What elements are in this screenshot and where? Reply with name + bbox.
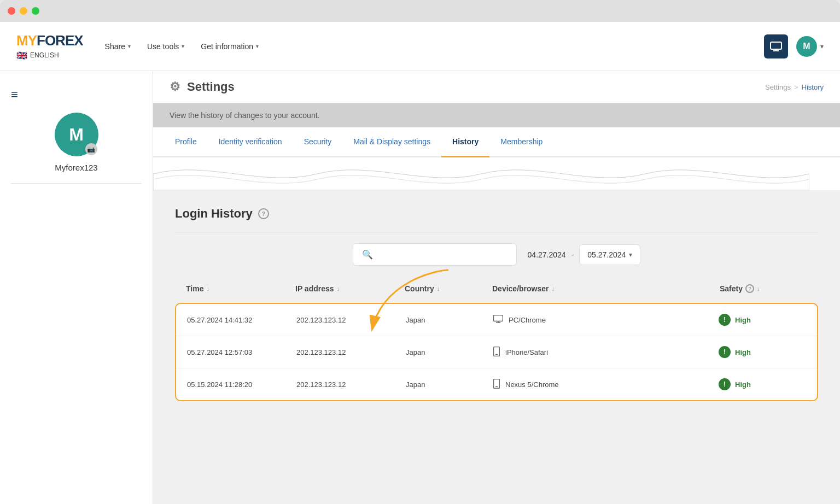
col-device-browser: Device/browser ↓ [492, 284, 720, 293]
nav-get-information[interactable]: Get information ▾ [201, 42, 259, 51]
banner-text: View the history of changes to your acco… [170, 111, 319, 120]
search-input[interactable] [378, 250, 508, 259]
logo-lang: 🇬🇧 ENGLISH [16, 50, 59, 61]
table-row: 05.27.2024 12:57:03 202.123.123.12 Japan… [176, 336, 817, 368]
col-country-label: Country [405, 284, 434, 293]
sidebar: ≡ M 📷 Myforex123 [0, 71, 153, 504]
window-chrome [0, 0, 840, 22]
monitor-icon-button[interactable] [764, 34, 788, 58]
safety-dot-1: ! [719, 314, 731, 326]
col-safety: Safety ? ↓ [720, 284, 807, 293]
logo-my: MY [16, 32, 37, 49]
sort-ip-icon[interactable]: ↓ [337, 285, 340, 292]
settings-title-text: Settings [187, 80, 235, 94]
tab-mail-display-settings[interactable]: Mail & Display settings [342, 127, 441, 157]
user-menu[interactable]: M ▾ [796, 36, 824, 57]
safety-dot-2: ! [719, 346, 731, 358]
device-name-3: Nexus 5/Chrome [505, 380, 559, 389]
svg-rect-3 [494, 315, 503, 321]
user-chevron-icon: ▾ [820, 43, 824, 50]
col-ip-address: IP address ↓ [295, 284, 405, 293]
cell-safety-2: ! High [719, 346, 806, 358]
tab-security-label: Security [304, 137, 332, 146]
tab-security[interactable]: Security [293, 127, 343, 157]
close-dot[interactable] [8, 7, 15, 15]
maximize-dot[interactable] [32, 7, 39, 15]
tab-history[interactable]: History [441, 127, 489, 157]
nav-use-tools-label: Use tools [147, 42, 179, 51]
lang-text: ENGLISH [30, 51, 59, 59]
chevron-down-icon: ▾ [256, 43, 259, 49]
safety-value-1: High [735, 316, 751, 324]
search-box: 🔍 [353, 243, 517, 266]
nav-share[interactable]: Share ▾ [105, 42, 131, 51]
tab-identity-verification[interactable]: Identity verification [208, 127, 293, 157]
tab-membership[interactable]: Membership [489, 127, 553, 157]
username-label: Myforex123 [55, 163, 97, 172]
device-name-2: iPhone/Safari [505, 348, 548, 356]
nav-links: Share ▾ Use tools ▾ Get information ▾ [105, 42, 742, 51]
date-to-dropdown[interactable]: 05.27.2024 ▾ [579, 244, 640, 265]
cell-ip-3: 202.123.123.12 [296, 380, 406, 389]
section-divider [175, 232, 818, 232]
section-title-text: Login History [175, 207, 253, 221]
tab-profile[interactable]: Profile [164, 127, 208, 157]
avatar: M 📷 [55, 113, 98, 156]
settings-title: ⚙ Settings [170, 80, 235, 94]
tab-membership-label: Membership [500, 137, 542, 146]
sort-device-icon[interactable]: ↓ [552, 285, 555, 292]
safety-help-icon[interactable]: ? [745, 284, 754, 293]
col-time: Time ↓ [186, 284, 295, 293]
user-initial: M [803, 42, 810, 51]
top-nav: MY FOREX 🇬🇧 ENGLISH Share ▾ Use tools ▾ … [0, 22, 840, 71]
tab-profile-label: Profile [175, 137, 197, 146]
cell-device-1: PC/Chrome [493, 315, 719, 325]
user-avatar-button[interactable]: M [796, 36, 817, 57]
table-row: 05.27.2024 14:41:32 202.123.123.12 Japan [176, 304, 817, 336]
table-row: 05.15.2024 11:28:20 202.123.123.12 Japan… [176, 368, 817, 400]
help-icon[interactable]: ? [258, 208, 269, 219]
cell-safety-3: ! High [719, 378, 806, 390]
tab-identity-verification-label: Identity verification [219, 137, 282, 146]
main-layout: ≡ M 📷 Myforex123 ⚙ Settings Settings > H… [0, 71, 840, 504]
phone-device-icon [493, 347, 500, 358]
camera-icon[interactable]: 📷 [85, 143, 97, 155]
phone-device-icon-2 [493, 379, 500, 390]
logo-forex: FOREX [37, 32, 83, 49]
col-time-label: Time [186, 284, 203, 293]
sort-safety-icon[interactable]: ↓ [757, 285, 760, 292]
table-container: 05.27.2024 14:41:32 202.123.123.12 Japan [175, 303, 818, 401]
tab-history-label: History [452, 137, 479, 146]
avatar-initial: M [69, 125, 84, 145]
chevron-down-icon: ▾ [182, 43, 184, 49]
tab-mail-display-label: Mail & Display settings [353, 137, 430, 146]
col-country: Country ↓ [405, 284, 492, 293]
highlighted-table: 05.27.2024 14:41:32 202.123.123.12 Japan [175, 303, 818, 401]
minimize-dot[interactable] [20, 7, 27, 15]
hamburger-button[interactable]: ≡ [11, 87, 18, 102]
svg-rect-0 [771, 42, 781, 49]
safety-value-2: High [735, 348, 751, 356]
date-to: 05.27.2024 [587, 250, 626, 259]
hamburger-icon: ≡ [11, 87, 18, 101]
nav-use-tools[interactable]: Use tools ▾ [147, 42, 184, 51]
safety-value-3: High [735, 380, 751, 389]
cell-time-1: 05.27.2024 14:41:32 [187, 316, 296, 324]
date-dash: - [571, 250, 574, 259]
nav-get-information-label: Get information [201, 42, 253, 51]
breadcrumb-separator: > [794, 83, 798, 91]
sort-time-icon[interactable]: ↓ [206, 285, 209, 292]
cell-ip-2: 202.123.123.12 [296, 348, 406, 356]
logo-area: MY FOREX 🇬🇧 ENGLISH [16, 32, 83, 61]
sort-country-icon[interactable]: ↓ [437, 285, 440, 292]
chevron-down-icon: ▾ [128, 43, 131, 49]
tabs-bar: Profile Identity verification Security M… [153, 127, 840, 157]
content-area: ⚙ Settings Settings > History View the h… [153, 71, 840, 504]
breadcrumb-current[interactable]: History [802, 83, 824, 91]
cell-country-3: Japan [406, 380, 493, 389]
info-banner: View the history of changes to your acco… [153, 103, 840, 127]
col-safety-label: Safety [720, 284, 743, 293]
breadcrumb: Settings > History [765, 83, 824, 91]
date-range: 04.27.2024 - 05.27.2024 ▾ [528, 244, 641, 265]
search-date-row: 🔍 04.27.2024 - 05.27.2024 ▾ [175, 243, 818, 266]
